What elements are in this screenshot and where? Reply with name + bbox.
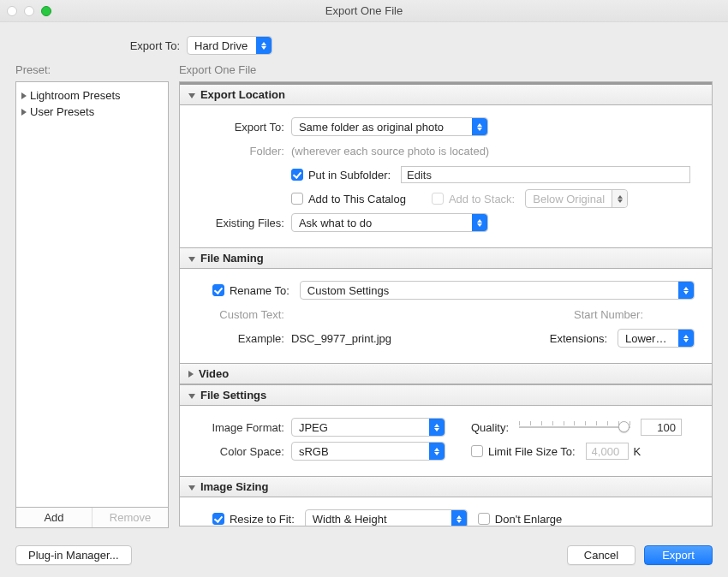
select-arrows-icon (472, 118, 487, 135)
image-format-value: JPEG (292, 421, 429, 434)
select-arrows-icon (472, 214, 487, 231)
rename-template-value: Custom Settings (301, 284, 678, 297)
close-dot-icon[interactable] (7, 6, 17, 16)
resize-checkbox[interactable] (212, 513, 224, 525)
extensions-select[interactable]: Lowercase (618, 329, 695, 348)
resize-method-value: Width & Height (306, 513, 451, 526)
cancel-button[interactable]: Cancel (567, 545, 636, 565)
disclosure-right-icon (188, 367, 194, 380)
bottombar: Plug-in Manager... Cancel Export (0, 533, 728, 577)
subfolder-checkbox[interactable] (291, 169, 303, 181)
export-button[interactable]: Export (644, 545, 713, 565)
preset-item-label: Lightroom Presets (30, 89, 121, 102)
custom-text-label: Custom Text: (197, 308, 291, 321)
disclosure-down-icon (188, 480, 195, 493)
folder-hint: (wherever each source photo is located) (291, 145, 489, 158)
export-to-row: Export To: Hard Drive (0, 22, 728, 63)
image-format-label: Image Format: (197, 421, 291, 434)
export-to-label: Export To: (0, 39, 187, 52)
rename-template-select[interactable]: Custom Settings (300, 281, 695, 300)
section-export-location-head[interactable]: Export Location (180, 82, 712, 105)
rename-to-label: Rename To: (230, 284, 289, 297)
resize-label: Resize to Fit: (230, 513, 295, 526)
disclosure-down-icon (188, 389, 195, 402)
preset-item[interactable]: User Presets (20, 104, 164, 120)
disclosure-down-icon (188, 88, 195, 101)
preset-item-label: User Presets (30, 105, 94, 118)
example-label: Example: (197, 332, 291, 345)
right-panel-label: Export One File (179, 63, 713, 81)
section-title: Image Sizing (200, 480, 268, 493)
export-to-label-2: Export To: (197, 121, 291, 134)
quality-input[interactable] (641, 419, 682, 436)
section-file-settings-body: Image Format: JPEG Quality: (180, 406, 712, 476)
section-title: Video (199, 367, 229, 380)
color-space-value: sRGB (292, 445, 429, 458)
quality-label: Quality: (471, 421, 509, 434)
export-location-value: Same folder as original photo (292, 121, 472, 134)
section-file-naming-head[interactable]: File Naming (180, 247, 712, 269)
start-number-label: Start Number: (574, 308, 643, 321)
export-location-select[interactable]: Same folder as original photo (291, 117, 488, 136)
existing-files-value: Ask what to do (292, 217, 472, 229)
section-title: File Naming (200, 252, 264, 265)
section-image-sizing-body: Resize to Fit: Width & Height Don't Enla… (180, 497, 712, 526)
section-video-head[interactable]: Video (180, 363, 712, 384)
stack-pos-value: Below Original (526, 193, 612, 205)
select-arrows-icon (678, 330, 694, 347)
rename-checkbox[interactable] (212, 284, 224, 296)
select-arrows-icon (429, 419, 445, 436)
add-catalog-label: Add to This Catalog (308, 193, 406, 205)
remove-preset-button: Remove (92, 508, 168, 527)
zoom-dot-icon[interactable] (41, 6, 51, 16)
existing-files-select[interactable]: Ask what to do (291, 213, 488, 232)
preset-item[interactable]: Lightroom Presets (20, 87, 164, 104)
disclosure-right-icon (21, 105, 27, 118)
minimize-dot-icon[interactable] (24, 6, 34, 16)
plugin-manager-button[interactable]: Plug-in Manager... (15, 545, 132, 565)
section-file-settings-head[interactable]: File Settings (180, 384, 712, 406)
color-space-select[interactable]: sRGB (291, 442, 445, 461)
dont-enlarge-checkbox[interactable] (478, 513, 490, 525)
section-image-sizing-head[interactable]: Image Sizing (180, 476, 712, 497)
add-preset-button[interactable]: Add (16, 508, 92, 527)
section-file-naming-body: Rename To: Custom Settings Custom Text: … (180, 269, 712, 363)
select-arrows-icon (451, 510, 467, 526)
limit-filesize-unit: K (634, 445, 641, 458)
preset-bar: Add Remove (15, 508, 169, 528)
slider-knob-icon[interactable] (618, 421, 630, 432)
disclosure-right-icon (21, 89, 27, 102)
dont-enlarge-label: Don't Enlarge (495, 513, 562, 526)
quality-slider[interactable] (519, 419, 630, 435)
extensions-label: Extensions: (550, 332, 607, 345)
extensions-value: Lowercase (618, 332, 678, 345)
section-export-location-body: Export To: Same folder as original photo… (180, 105, 712, 247)
subfolder-label: Put in Subfolder: (308, 169, 391, 181)
add-stack-checkbox (432, 193, 444, 205)
section-title: File Settings (200, 389, 266, 402)
image-format-select[interactable]: JPEG (291, 418, 445, 437)
window-title: Export One File (0, 4, 728, 17)
section-title: Export Location (200, 88, 285, 101)
existing-files-label: Existing Files: (197, 217, 291, 229)
select-arrows-icon (256, 37, 272, 54)
titlebar: Export One File (0, 0, 728, 22)
disclosure-down-icon (188, 252, 195, 265)
resize-method-select[interactable]: Width & Height (305, 509, 468, 526)
example-value: DSC_9977_print.jpg (291, 332, 391, 345)
select-arrows-icon (612, 190, 627, 207)
limit-filesize-input (586, 443, 629, 460)
preset-list[interactable]: Lightroom Presets User Presets (15, 81, 169, 508)
export-to-value: Hard Drive (188, 39, 256, 52)
subfolder-input[interactable] (401, 166, 690, 183)
add-stack-label: Add to Stack: (449, 193, 515, 205)
stack-pos-select: Below Original (525, 189, 628, 208)
select-arrows-icon (429, 443, 445, 460)
limit-filesize-checkbox[interactable] (471, 445, 483, 457)
color-space-label: Color Space: (197, 445, 291, 458)
limit-filesize-label: Limit File Size To: (488, 445, 576, 458)
add-catalog-checkbox[interactable] (291, 193, 303, 205)
window-controls (7, 6, 51, 16)
export-to-select[interactable]: Hard Drive (187, 36, 272, 55)
select-arrows-icon (678, 282, 694, 299)
